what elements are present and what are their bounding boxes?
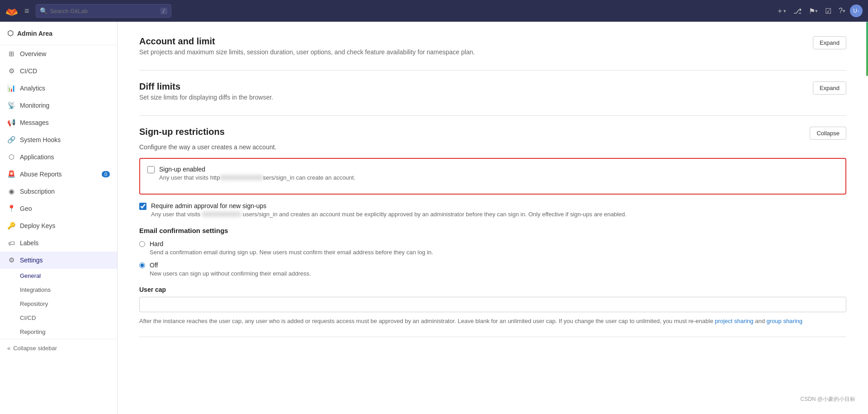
subscription-icon: ◉: [7, 187, 15, 195]
sidebar-item-messages[interactable]: 📢 Messages: [0, 114, 117, 131]
sidebar-item-abuse-reports[interactable]: 🚨 Abuse Reports 0: [0, 166, 117, 183]
account-limit-desc: Set projects and maximum size limits, se…: [139, 48, 475, 56]
issues-glyph: ⚑: [809, 7, 815, 15]
monitoring-icon: 📡: [7, 101, 15, 109]
sidebar-item-analytics[interactable]: 📊 Analytics: [0, 80, 117, 97]
overview-icon: ⊞: [7, 50, 15, 58]
require-admin-desc: Any user that visits XXXXXXXXXX users/si…: [151, 211, 627, 218]
issues-icon[interactable]: ⚑ ▾: [806, 4, 821, 18]
diff-limits-expand-button[interactable]: Expand: [813, 81, 846, 95]
sidebar-sub-repository[interactable]: Repository: [0, 297, 117, 311]
sidebar-item-overview[interactable]: ⊞ Overview: [0, 45, 117, 62]
search-icon: 🔍: [40, 7, 47, 14]
sidebar-sub-integrations[interactable]: Integrations: [0, 283, 117, 297]
sidebar-item-labels[interactable]: 🏷 Labels: [0, 234, 117, 252]
signup-enabled-highlighted-row: Sign-up enabled Any user that visits htt…: [139, 158, 846, 195]
sidebar-item-applications[interactable]: ⬡ Applications: [0, 148, 117, 166]
sidebar-item-cicd[interactable]: ⚙ CI/CD: [0, 62, 117, 80]
signup-desc-blurred: XXXXXXXXXXX: [220, 174, 263, 181]
diff-limits-header: Diff limits Set size limits for displayi…: [139, 81, 846, 101]
off-label[interactable]: Off: [150, 262, 158, 269]
sidebar-sub-repository-label: Repository: [20, 300, 48, 307]
signup-restrictions-title: Sign-up restrictions: [139, 127, 225, 137]
user-avatar[interactable]: U ▾: [850, 5, 863, 17]
analytics-icon: 📊: [7, 84, 15, 92]
sidebar-sub-reporting[interactable]: Reporting: [0, 325, 117, 339]
signup-restrictions-title-block: Sign-up restrictions: [139, 127, 225, 137]
group-sharing-link[interactable]: group sharing: [767, 318, 803, 324]
sidebar-item-geo-label: Geo: [20, 205, 32, 212]
slash-shortcut: /: [160, 8, 167, 14]
collapse-label: Collapse sidebar: [13, 345, 57, 352]
help-chevron-icon: ▾: [843, 8, 845, 14]
signup-enabled-desc: Any user that visits httpXXXXXXXXXXXsers…: [159, 174, 355, 181]
sidebar-item-subscription[interactable]: ◉ Subscription: [0, 183, 117, 200]
sidebar-item-subscription-label: Subscription: [20, 188, 55, 195]
issues-chevron-icon: ▾: [815, 8, 818, 14]
sidebar-item-deploy-keys-label: Deploy Keys: [20, 222, 56, 229]
deploy-keys-icon: 🔑: [7, 222, 15, 230]
sidebar-sub-cicd[interactable]: CI/CD: [0, 311, 117, 325]
sidebar-item-applications-label: Applications: [20, 153, 54, 161]
hard-desc: Send a confirmation email during sign up…: [150, 249, 433, 256]
avatar-chevron-icon: ▾: [857, 9, 859, 14]
signup-enabled-label-block: Sign-up enabled Any user that visits htt…: [159, 165, 355, 181]
abuse-reports-badge: 0: [102, 171, 110, 177]
sidebar-item-deploy-keys[interactable]: 🔑 Deploy Keys: [0, 217, 117, 234]
sidebar-sub-cicd-label: CI/CD: [20, 314, 36, 321]
cicd-icon: ⚙: [7, 67, 15, 75]
signup-restrictions-collapse-button[interactable]: Collapse: [810, 127, 846, 140]
signup-restrictions-header: Sign-up restrictions Collapse: [139, 127, 846, 140]
account-limit-expand-button[interactable]: Expand: [813, 36, 846, 49]
hard-label[interactable]: Hard: [150, 240, 163, 247]
create-new-button[interactable]: ＋ ▾: [774, 4, 789, 19]
user-cap-label: User cap: [139, 286, 846, 293]
hard-radio[interactable]: [139, 241, 145, 247]
require-admin-desc-prefix: Any user that visits: [151, 211, 200, 218]
search-input[interactable]: [50, 8, 158, 14]
require-admin-checkbox[interactable]: [139, 203, 146, 210]
help-icon[interactable]: ? ▾: [836, 4, 848, 18]
user-cap-input[interactable]: [139, 297, 846, 312]
sidebar-item-system-hooks[interactable]: 🔗 System Hooks: [0, 131, 117, 148]
off-radio[interactable]: [139, 262, 145, 268]
top-nav: ≡ 🔍 / ＋ ▾ ⎇ ⚑ ▾ ☑ ? ▾ U ▾: [0, 0, 868, 22]
geo-icon: 📍: [7, 205, 15, 213]
hamburger-icon[interactable]: ≡: [23, 5, 31, 18]
sidebar-item-settings-label: Settings: [20, 257, 43, 264]
sidebar-item-system-hooks-label: System Hooks: [20, 136, 61, 143]
signup-enabled-row: Sign-up enabled Any user that visits htt…: [147, 165, 838, 181]
sidebar-item-monitoring-label: Monitoring: [20, 102, 49, 109]
sidebar-item-monitoring[interactable]: 📡 Monitoring: [0, 97, 117, 114]
signup-desc-suffix: sers/sign_in can create an account.: [263, 174, 356, 181]
sidebar-item-geo[interactable]: 📍 Geo: [0, 200, 117, 217]
off-label-block: Off New users can sign up without confir…: [150, 261, 311, 277]
sidebar-sub-integrations-label: Integrations: [20, 286, 51, 293]
signup-enabled-checkbox[interactable]: [147, 166, 155, 173]
account-limit-header: Account and limit Set projects and maxim…: [139, 36, 846, 56]
signup-restrictions-desc: Configure the way a user creates a new a…: [139, 143, 846, 151]
messages-icon: 📢: [7, 119, 15, 127]
sidebar-title: Admin Area: [17, 30, 52, 37]
require-admin-label[interactable]: Require admin approval for new sign-ups: [151, 202, 266, 209]
require-admin-label-block: Require admin approval for new sign-ups …: [151, 202, 627, 218]
merge-requests-icon[interactable]: ⎇: [791, 4, 804, 18]
todo-icon[interactable]: ☑: [822, 4, 834, 18]
search-bar[interactable]: 🔍 /: [36, 4, 171, 18]
sidebar-item-settings[interactable]: ⚙ Settings: [0, 252, 117, 269]
account-limit-title: Account and limit: [139, 36, 475, 47]
sidebar-sub-general-label: General: [20, 272, 41, 279]
sidebar-item-abuse-reports-label: Abuse Reports: [20, 171, 62, 178]
gitlab-logo-icon[interactable]: [5, 5, 18, 17]
avatar-initials: U: [853, 8, 857, 14]
sidebar-sub-general[interactable]: General: [0, 269, 117, 283]
sidebar-item-messages-label: Messages: [20, 119, 49, 126]
signup-enabled-label[interactable]: Sign-up enabled: [159, 166, 205, 173]
account-limit-title-block: Account and limit Set projects and maxim…: [139, 36, 475, 56]
diff-limits-title: Diff limits: [139, 81, 273, 92]
collapse-sidebar-button[interactable]: « Collapse sidebar: [0, 339, 117, 357]
diff-limits-title-block: Diff limits Set size limits for displayi…: [139, 81, 273, 101]
hard-radio-row: Hard Send a confirmation email during si…: [139, 240, 846, 256]
project-sharing-link[interactable]: project sharing: [715, 318, 753, 324]
labels-icon: 🏷: [7, 239, 15, 247]
